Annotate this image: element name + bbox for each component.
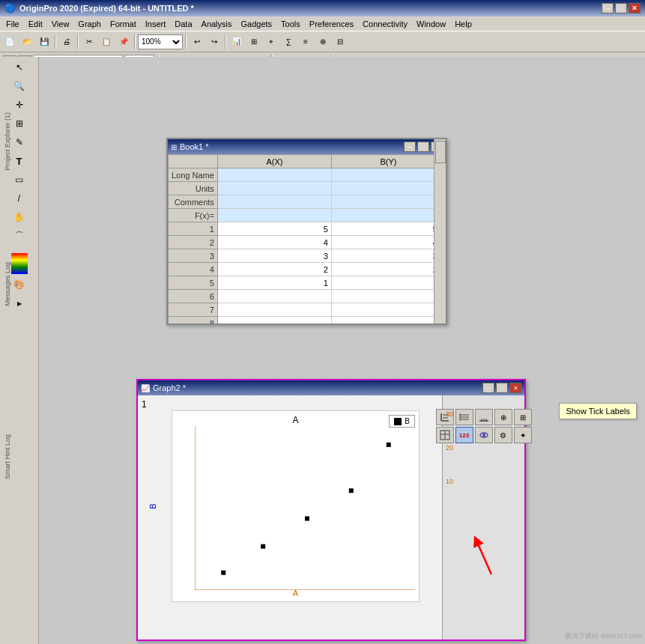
graph-right-panel: 30 20 10	[442, 395, 524, 640]
svg-rect-15	[305, 516, 309, 520]
draw-tool[interactable]: ✎	[9, 133, 30, 151]
expand-left[interactable]: ▶	[9, 294, 30, 312]
col-header-empty	[169, 155, 218, 168]
sep3	[134, 34, 136, 49]
line-tool[interactable]: /	[9, 189, 30, 207]
pan-tool[interactable]: ✛	[9, 96, 30, 114]
svg-rect-17	[387, 443, 391, 447]
menu-graph[interactable]: Graph	[73, 18, 106, 30]
book1-scrollbar[interactable]	[434, 154, 446, 323]
col-header-a[interactable]: A(X)	[217, 155, 331, 168]
menu-format[interactable]: Format	[106, 18, 141, 30]
menu-bar: File Edit View Graph Format Insert Data …	[0, 16, 645, 31]
tool1[interactable]: ⌖	[263, 34, 279, 50]
mini-btn-plus2[interactable]: ⊞	[514, 409, 532, 425]
data-row-7: 7	[169, 303, 446, 317]
svg-rect-14	[261, 544, 265, 549]
cut-btn[interactable]: ✂	[81, 34, 97, 50]
tool4[interactable]: ⊕	[315, 34, 331, 50]
redo-btn[interactable]: ↪	[206, 34, 222, 50]
book1-maximize[interactable]: □	[417, 142, 429, 152]
svg-rect-16	[349, 488, 354, 493]
menu-data[interactable]: Data	[170, 18, 196, 30]
sep2	[77, 34, 79, 49]
copy-btn[interactable]: 📋	[98, 34, 115, 50]
meta-row-longname: Long Name	[169, 168, 446, 182]
toolbar-row-1: 📄 📂 💾 🖨 ✂ 📋 📌 100% ↩ ↪ 📊 ⊞ ⌖ ∑ ≡ ⊕ ⊟	[0, 31, 645, 52]
menu-edit[interactable]: Edit	[24, 18, 47, 30]
app-icon: 🔵	[4, 3, 16, 13]
pointer-tool[interactable]: ↖	[9, 58, 30, 76]
zoom-in-tool[interactable]: 🔍	[9, 77, 30, 95]
menu-help[interactable]: Help	[450, 18, 476, 30]
menu-preferences[interactable]: Preferences	[305, 18, 358, 30]
smart-hint-label: Smart Hint Log	[4, 434, 11, 479]
main-area: ⊞ Book1 * ─ □ ✕ A(X) B(Y)	[39, 57, 645, 644]
save-btn[interactable]: 💾	[36, 34, 52, 50]
menu-tools[interactable]: Tools	[276, 18, 305, 30]
sep4	[185, 34, 187, 49]
spreadsheet: A(X) B(Y) Long Name Units	[168, 154, 446, 323]
graph2-close[interactable]: ✕	[509, 383, 521, 393]
book1-title: Book1 *	[180, 142, 209, 151]
new-file-btn[interactable]: 📄	[1, 34, 18, 50]
tool3[interactable]: ≡	[297, 34, 314, 50]
hand-tool[interactable]: ✋	[9, 208, 30, 226]
svg-point-34	[482, 434, 485, 437]
graph2-title: Graph2 *	[153, 383, 186, 392]
menu-file[interactable]: File	[1, 18, 24, 30]
book1-minimize[interactable]: ─	[404, 142, 416, 152]
graph-content: 1 B A 10 20 30 4	[138, 395, 524, 640]
meta-row-fx: F(x)=	[169, 209, 446, 222]
text-tool[interactable]: T	[9, 152, 30, 170]
paste-btn[interactable]: 📌	[115, 34, 132, 50]
mini-btn-eye[interactable]	[475, 427, 493, 443]
palette-btn[interactable]: 🎨	[9, 276, 30, 294]
plot-canvas[interactable]: B A 10 20 30 40 50 60	[172, 410, 420, 602]
data-selector[interactable]: ⊞	[9, 115, 30, 133]
table-btn[interactable]: ⊞	[246, 34, 262, 50]
menu-insert[interactable]: Insert	[141, 18, 171, 30]
menu-view[interactable]: View	[47, 18, 74, 30]
legend-label: B	[405, 417, 410, 425]
menu-window[interactable]: Window	[412, 18, 450, 30]
scatter-plot-svg: 10 20 30 40 50 60 1 2 3 4 5	[195, 426, 415, 590]
graph-btn[interactable]: 📊	[228, 34, 245, 50]
watermark: 极光下载站 www.xz7.com	[565, 631, 642, 641]
color-btn[interactable]	[10, 252, 28, 275]
data-row-4: 4 2 22	[169, 263, 446, 276]
mini-btn-gear[interactable]: ⚙	[494, 427, 512, 443]
print-btn[interactable]: 🖨	[58, 34, 75, 50]
undo-btn[interactable]: ↩	[189, 34, 205, 50]
rect-tool[interactable]: ▭	[9, 171, 30, 189]
window-controls: ─ □ ✕	[602, 3, 641, 13]
mini-btn-grid[interactable]	[455, 409, 473, 425]
graph2-minimize[interactable]: ─	[482, 383, 494, 393]
y-axis-label: B	[148, 503, 157, 508]
close-button[interactable]: ✕	[629, 3, 641, 13]
messages-log-label: Messages Log	[4, 262, 11, 306]
zoom-select[interactable]: 100%	[138, 34, 183, 49]
tool5[interactable]: ⊟	[332, 34, 348, 50]
mini-btn-plus1[interactable]: ⊕	[494, 409, 512, 425]
maximize-button[interactable]: □	[615, 3, 627, 13]
curve-tool[interactable]: ⌒	[9, 227, 30, 245]
menu-connectivity[interactable]: Connectivity	[358, 18, 412, 30]
open-btn[interactable]: 📂	[19, 34, 35, 50]
page-number: 1	[142, 399, 147, 410]
menu-gadgets[interactable]: Gadgets	[237, 18, 277, 30]
right-y-labels: 30 20 10	[446, 410, 453, 485]
graph2-maximize[interactable]: □	[496, 383, 508, 393]
data-row-6: 6	[169, 290, 446, 303]
col-header-b[interactable]: B(Y)	[331, 155, 445, 168]
mini-btn-ticks[interactable]	[475, 409, 493, 425]
data-row-2: 2 4 44	[169, 236, 446, 249]
tool2[interactable]: ∑	[280, 34, 297, 50]
minimize-button[interactable]: ─	[602, 3, 614, 13]
menu-analysis[interactable]: Analysis	[197, 18, 237, 30]
graph2-window: 📈 Graph2 * ─ □ ✕ 1 B A	[136, 379, 526, 641]
tooltip-show-tick-labels: Show Tick Labels	[559, 403, 637, 419]
book1-window: ⊞ Book1 * ─ □ ✕ A(X) B(Y)	[166, 138, 447, 325]
mini-btn-123[interactable]: 123	[455, 427, 473, 443]
mini-btn-star[interactable]: ✦	[514, 427, 532, 443]
